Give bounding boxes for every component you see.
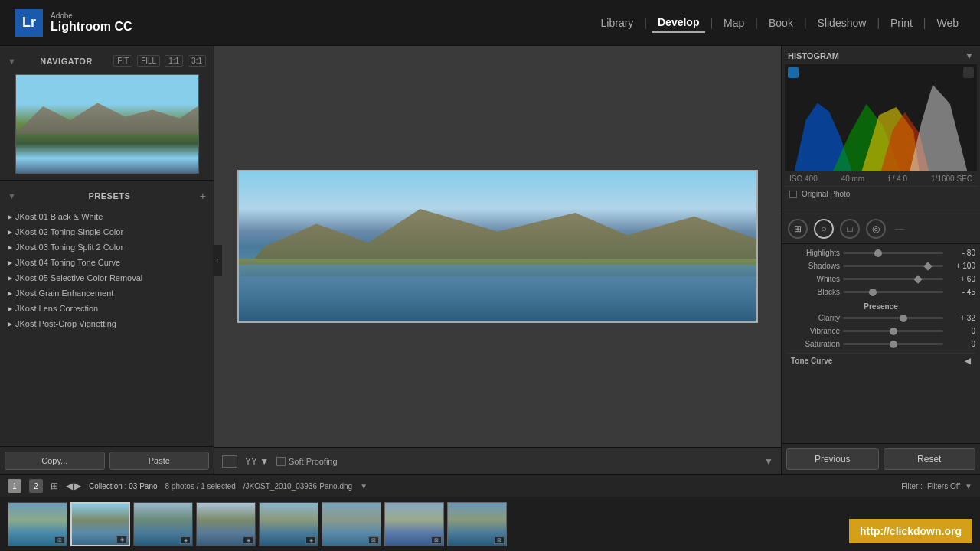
previous-button[interactable]: Previous — [786, 448, 879, 470]
reset-button[interactable]: Reset — [884, 448, 976, 470]
thumb-item-7[interactable]: ⊠ — [384, 502, 444, 546]
nav-thumb-image — [16, 75, 198, 173]
left-panel-collapse[interactable]: ‹ — [213, 245, 222, 276]
clarity-slider[interactable] — [843, 317, 943, 319]
preset-item-1[interactable]: ▶ JKost 02 Toning Single Color — [6, 225, 207, 239]
thumb-badge-2: ◈ — [116, 536, 127, 543]
menu-sep-2: | — [710, 17, 713, 29]
thumb-item-2[interactable]: ◈ — [70, 502, 130, 546]
original-photo-bar: Original Photo — [785, 186, 977, 201]
filter-dropdown[interactable]: ▼ — [965, 482, 972, 491]
nav-ratio1-btn[interactable]: 1:1 — [165, 55, 183, 67]
highlights-thumb[interactable] — [874, 249, 882, 257]
tool-icon-ring[interactable]: ◎ — [866, 219, 886, 239]
thumb-item-3[interactable]: ◈ — [133, 502, 193, 546]
preset-label-1: JKost 02 Toning Single Color — [15, 227, 123, 236]
whites-thumb[interactable] — [914, 275, 923, 283]
logo-area: Lr Adobe Lightroom CC — [15, 9, 132, 37]
thumb-item-6[interactable]: ⊠ — [322, 502, 381, 546]
thumb-item-1[interactable]: ⊞ — [8, 502, 67, 546]
presets-title: Presets — [88, 191, 130, 201]
thumb-badge-8: ⊠ — [494, 536, 505, 544]
preset-item-2[interactable]: ▶ JKost 03 Toning Split 2 Color — [6, 240, 207, 254]
tool-icon-square[interactable]: □ — [840, 219, 860, 239]
collection-name: Collection : 03 Pano — [89, 482, 158, 491]
nav-ratio2-btn[interactable]: 3:1 — [188, 55, 206, 67]
photo-aperture: f / 4.0 — [888, 174, 907, 183]
nav-fit-btn[interactable]: FIT — [113, 55, 132, 67]
filmstrip-prev-arrow[interactable]: ◀ — [66, 481, 73, 491]
tool-icon-circle[interactable]: ○ — [814, 219, 834, 239]
highlights-label: Highlights — [786, 249, 840, 257]
thumb-item-4[interactable]: ◈ — [196, 502, 256, 546]
menu-slideshow[interactable]: Slideshow — [812, 14, 873, 32]
preset-item-6[interactable]: ▶ JKost Lens Correction — [6, 302, 207, 315]
sp-frame-icon[interactable] — [222, 455, 237, 468]
preset-label-4: JKost 05 Selective Color Removal — [15, 273, 142, 282]
thumb-item-5[interactable]: ◈ — [259, 502, 318, 546]
whites-label: Whites — [786, 275, 840, 283]
highlights-row: Highlights - 80 — [786, 249, 975, 257]
blacks-thumb[interactable] — [869, 289, 877, 296]
thumb-item-8[interactable]: ⊠ — [447, 502, 507, 546]
saturation-slider[interactable] — [843, 343, 943, 345]
nav-fill-btn[interactable]: FILL — [137, 55, 160, 67]
sp-checkbox[interactable] — [276, 457, 286, 466]
menu-map[interactable]: Map — [717, 14, 750, 32]
vibrance-thumb[interactable] — [890, 328, 897, 335]
preset-item-0[interactable]: ▶ JKost 01 Black & White — [6, 210, 207, 223]
tone-curve-expand[interactable]: ◀ — [965, 357, 971, 365]
presence-title: Presence — [786, 302, 975, 311]
menu-print[interactable]: Print — [884, 14, 919, 32]
hist-clip-indicator-left[interactable] — [788, 67, 799, 78]
paste-button[interactable]: Paste — [109, 452, 210, 470]
clarity-thumb[interactable] — [900, 315, 907, 322]
page-2-btn[interactable]: 2 — [29, 479, 43, 493]
preset-label-5: JKost Grain Enhancement — [15, 289, 113, 298]
filmstrip-next-arrow[interactable]: ▶ — [74, 481, 81, 491]
preset-item-4[interactable]: ▶ JKost 05 Selective Color Removal — [6, 271, 207, 285]
hist-clip-indicator-right[interactable] — [963, 67, 974, 78]
histogram-dropdown-icon[interactable]: ▼ — [965, 51, 974, 61]
blacks-value: - 45 — [946, 288, 975, 296]
filter-label: Filter : — [901, 482, 923, 491]
sp-expand-btn[interactable]: ▼ — [764, 456, 773, 467]
menu-develop[interactable]: Develop — [652, 13, 705, 33]
shadows-thumb[interactable] — [924, 262, 933, 270]
menu-web[interactable]: Web — [930, 14, 965, 32]
preset-arrow-7: ▶ — [8, 321, 12, 328]
highlights-slider[interactable] — [843, 252, 943, 254]
preset-arrow-1: ▶ — [8, 229, 12, 236]
right-panel: Histogram ▼ ISO 400 40 mm f / 4.0 — [781, 46, 980, 474]
highlights-value: - 80 — [946, 249, 975, 257]
menu-library[interactable]: Library — [595, 14, 640, 32]
saturation-thumb[interactable] — [890, 341, 897, 348]
menu-sep-6: | — [923, 17, 926, 29]
blacks-slider[interactable] — [843, 291, 943, 293]
presets-section: ▼ Presets + ▶ JKost 01 Black & White ▶ J… — [0, 181, 214, 446]
preset-label-2: JKost 03 Toning Split 2 Color — [15, 243, 123, 252]
soft-proofing-toggle[interactable]: Soft Proofing — [276, 457, 338, 466]
tone-curve-label: Tone Curve — [791, 357, 832, 365]
grid-icon-square[interactable]: ⊞ — [51, 481, 58, 491]
photo-shutter: 1/1600 SEC — [931, 174, 972, 183]
main-image-area — [214, 46, 781, 447]
copy-button[interactable]: Copy... — [5, 452, 105, 470]
preset-item-3[interactable]: ▶ JKost 04 Toning Tone Curve — [6, 256, 207, 269]
lr-badge: Lr — [15, 9, 43, 37]
preset-item-7[interactable]: ▶ JKost Post-Crop Vignetting — [6, 317, 207, 331]
filmstrip-arrows: ◀ ▶ — [66, 481, 81, 491]
whites-row: Whites + 60 — [786, 275, 975, 283]
vibrance-slider[interactable] — [843, 330, 943, 332]
tool-icon-grid[interactable]: ⊞ — [788, 219, 808, 239]
preset-group-4: ▶ JKost 04 Toning Tone Curve — [6, 256, 207, 269]
page-1-btn[interactable]: 1 — [8, 479, 21, 493]
menu-book[interactable]: Book — [763, 14, 799, 32]
preset-group-7: ▶ JKost Lens Correction — [6, 302, 207, 315]
presets-add-btn[interactable]: + — [200, 190, 206, 202]
preset-item-5[interactable]: ▶ JKost Grain Enhancement — [6, 286, 207, 300]
shadows-slider[interactable] — [843, 265, 943, 267]
original-photo-checkbox[interactable] — [789, 191, 797, 198]
filename-dropdown[interactable]: ▼ — [360, 482, 368, 491]
whites-slider[interactable] — [843, 278, 943, 280]
